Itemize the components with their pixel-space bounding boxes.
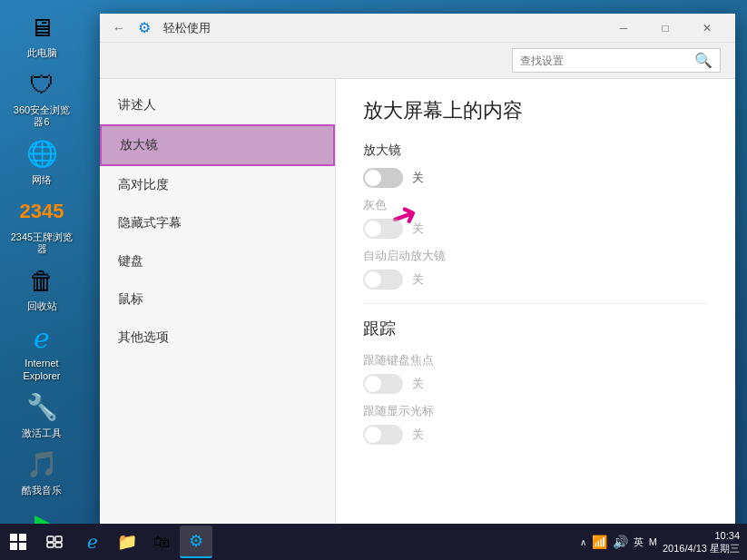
pc-label: 此电脑 — [27, 47, 57, 59]
taskbar-pinned-icons: ℯ 📁 🛍 ⚙ — [76, 526, 212, 558]
follow-keyboard-label: 跟随键盘焦点 — [363, 352, 708, 368]
desktop-icon-network[interactable]: 🌐 网络 — [9, 136, 74, 186]
grayscale-toggle[interactable] — [363, 219, 403, 239]
svg-rect-6 — [47, 543, 54, 547]
taskbar-right: ∧ 📶 🔊 英 M 10:34 2016/4/13 星期三 — [580, 529, 747, 555]
svg-rect-1 — [19, 534, 26, 541]
sidebar-item-mouse[interactable]: 鼠标 — [100, 280, 335, 319]
tracking-section-heading: 跟踪 — [363, 318, 708, 339]
magnifier-section-label: 放大镜 — [363, 142, 708, 159]
desktop: 🖥 此电脑 🛡 360安全浏览器6 🌐 网络 2345 2345王牌浏览器 🗑 … — [0, 0, 747, 560]
gear-icon: ⚙ — [138, 19, 156, 37]
mouse-label: 鼠标 — [118, 291, 143, 308]
keyboard-label: 键盘 — [118, 253, 143, 270]
recycle-label: 回收站 — [27, 300, 57, 312]
sidebar-item-keyboard[interactable]: 键盘 — [100, 242, 335, 280]
svg-rect-7 — [55, 543, 62, 547]
search-input-wrap[interactable]: 🔍 — [512, 48, 721, 73]
close-button[interactable]: ✕ — [686, 14, 728, 43]
caption-label: 隐藏式字幕 — [118, 215, 182, 231]
taskbar-clock[interactable]: 10:34 2016/4/13 星期三 — [663, 529, 740, 555]
ie-icon: ℯ — [24, 319, 60, 356]
follow-keyboard-toggle[interactable] — [363, 374, 403, 394]
desktop-icon-360[interactable]: 🛡 360安全浏览器6 — [9, 66, 74, 128]
settings-sidebar: 讲述人 放大镜 高对比度 隐藏式字幕 键盘 鼠标 其他选项 — [100, 79, 336, 531]
desktop-icon-recycle[interactable]: 🗑 回收站 — [9, 262, 74, 312]
taskbar-edge-icon[interactable]: ℯ — [76, 526, 109, 558]
network-icon: 🌐 — [24, 136, 60, 172]
window-title: 轻松使用 — [163, 20, 211, 36]
desktop-icon-pc[interactable]: 🖥 此电脑 — [9, 9, 74, 59]
magnifier-toggle[interactable] — [363, 168, 403, 188]
tools-label: 激活工具 — [22, 427, 62, 439]
sidebar-item-magnifier[interactable]: 放大镜 — [100, 124, 335, 166]
360-label: 360安全浏览器6 — [9, 104, 74, 128]
autostart-toggle-label: 关 — [412, 271, 424, 288]
pc-icon: 🖥 — [24, 9, 60, 45]
sidebar-item-other[interactable]: 其他选项 — [100, 319, 335, 357]
music-icon: 🎵 — [24, 447, 60, 483]
magnifier-toggle-row: 关 — [363, 168, 708, 188]
svg-rect-4 — [47, 536, 54, 542]
search-input[interactable] — [520, 54, 694, 67]
clock-time: 10:34 — [663, 529, 740, 542]
settings-content: 讲述人 放大镜 高对比度 隐藏式字幕 键盘 鼠标 其他选项 — [100, 79, 735, 531]
desktop-icon-2345[interactable]: 2345 2345王牌浏览器 — [9, 193, 74, 255]
music-label: 酷我音乐 — [22, 485, 62, 496]
autostart-toggle-row: 关 — [363, 270, 708, 290]
section-divider — [363, 303, 708, 304]
sidebar-item-narrator[interactable]: 讲述人 — [100, 86, 335, 124]
grayscale-label: 灰色 — [363, 197, 708, 213]
2345-label: 2345王牌浏览器 — [9, 231, 74, 255]
tray-arrow[interactable]: ∧ — [580, 537, 586, 547]
magnifier-toggle-label: 关 — [412, 170, 424, 186]
follow-keyboard-toggle-row: 关 — [363, 374, 708, 394]
follow-cursor-toggle-row: 关 — [363, 425, 708, 445]
follow-cursor-toggle-label: 关 — [412, 427, 424, 443]
autostart-label: 自动启动放大镜 — [363, 248, 708, 264]
recycle-icon: 🗑 — [24, 262, 60, 299]
sidebar-item-contrast[interactable]: 高对比度 — [100, 166, 335, 204]
follow-keyboard-toggle-label: 关 — [412, 376, 424, 392]
taskbar-explorer-icon[interactable]: 📁 — [111, 526, 143, 558]
tools-icon: 🔧 — [24, 389, 60, 426]
magnifier-label: 放大镜 — [120, 137, 158, 153]
tray-input: M — [649, 536, 657, 547]
narrator-label: 讲述人 — [118, 97, 156, 113]
svg-rect-0 — [10, 534, 17, 541]
start-button[interactable] — [0, 524, 36, 560]
taskbar-store-icon[interactable]: 🛍 — [145, 526, 178, 558]
taskbar: ℯ 📁 🛍 ⚙ ∧ 📶 🔊 英 M 10:34 2016/4/13 星期三 — [0, 524, 747, 560]
clock-date: 2016/4/13 星期三 — [663, 542, 740, 555]
settings-main: 放大屏幕上的内容 放大镜 关 ➜ 灰色 关 自动启动放大镜 — [336, 79, 735, 531]
follow-cursor-label: 跟随显示光标 — [363, 403, 708, 419]
back-button[interactable]: ← — [107, 19, 131, 37]
taskbar-settings-icon[interactable]: ⚙ — [180, 526, 212, 558]
desktop-icon-music[interactable]: 🎵 酷我音乐 — [9, 447, 74, 496]
autostart-toggle[interactable] — [363, 270, 403, 290]
window-controls: ─ □ ✕ — [603, 14, 728, 43]
svg-rect-5 — [55, 536, 62, 542]
network-label: 网络 — [32, 174, 52, 186]
page-title: 放大屏幕上的内容 — [363, 97, 708, 124]
contrast-label: 高对比度 — [118, 177, 169, 193]
tray-lang: 英 — [634, 535, 644, 549]
other-label: 其他选项 — [118, 329, 169, 346]
sidebar-item-caption[interactable]: 隐藏式字幕 — [100, 204, 335, 242]
search-icon: 🔍 — [694, 52, 713, 69]
settings-window: ← ⚙ 轻松使用 ─ □ ✕ 🔍 讲述人 — [100, 14, 735, 531]
minimize-button[interactable]: ─ — [603, 14, 644, 43]
desktop-icons: 🖥 此电脑 🛡 360安全浏览器6 🌐 网络 2345 2345王牌浏览器 🗑 … — [9, 9, 74, 560]
maximize-button[interactable]: □ — [644, 14, 686, 43]
follow-cursor-toggle[interactable] — [363, 425, 403, 445]
desktop-icon-ie[interactable]: ℯ Internet Explorer — [9, 319, 74, 381]
desktop-icon-tools[interactable]: 🔧 激活工具 — [9, 389, 74, 439]
ie-label: Internet Explorer — [9, 358, 74, 381]
title-bar: ← ⚙ 轻松使用 ─ □ ✕ — [100, 14, 735, 43]
2345-icon: 2345 — [24, 193, 60, 230]
360-icon: 🛡 — [24, 66, 60, 103]
tray-network-icon: 📶 — [592, 535, 607, 549]
task-view-button[interactable] — [36, 524, 73, 560]
grayscale-toggle-row: 关 — [363, 219, 708, 239]
grayscale-toggle-label: 关 — [412, 221, 424, 237]
